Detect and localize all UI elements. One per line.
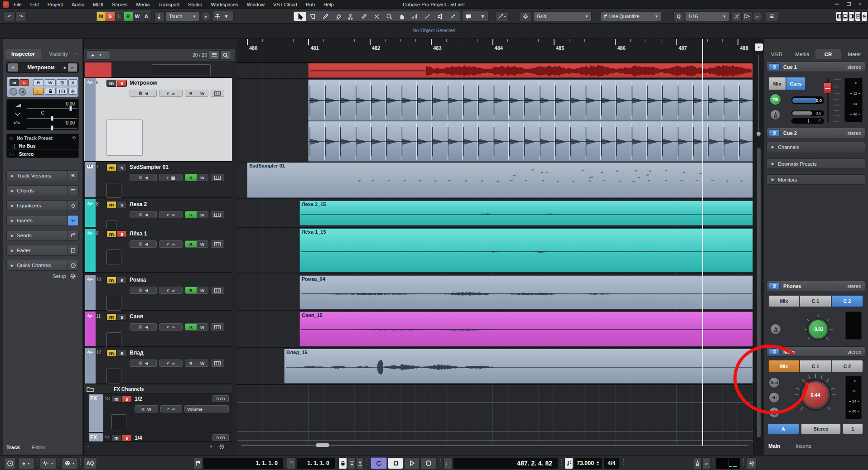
record-mode-dropdown[interactable]: ●▼	[18, 457, 34, 469]
write-button[interactable]: W	[45, 79, 56, 86]
footer-collapse-icon[interactable]: ▼	[209, 445, 213, 449]
tab-vsti[interactable]: VSTi	[764, 49, 789, 59]
edit-channel-button[interactable]: e	[68, 63, 77, 72]
undo-button[interactable]: ↶	[4, 11, 15, 21]
track-row-Лёха 1[interactable]: 9msЛёха 1◀e∞RW	[84, 229, 232, 273]
solo-button[interactable]: s	[117, 350, 127, 357]
range-selection-tool[interactable]	[307, 12, 319, 21]
tab-media[interactable]: Media	[789, 49, 815, 59]
menu-workspaces[interactable]: Workspaces	[211, 2, 238, 7]
monitor-icon[interactable]: ◀	[145, 176, 148, 180]
solo-button[interactable]: s	[122, 395, 132, 403]
edit-link-pill[interactable]: e∞	[159, 211, 183, 218]
read-button[interactable]: R	[185, 287, 197, 293]
fx-track-row-1/4[interactable]: FX14ms1/40.00	[84, 433, 232, 442]
snap-type-dropdown[interactable]: Grid▼	[534, 11, 592, 21]
write-button[interactable]: W	[197, 241, 208, 247]
draw-tool[interactable]	[319, 12, 332, 21]
vertical-zoom-handle[interactable]	[757, 132, 761, 136]
track-name-header[interactable]: ▼ Метроном ▶ e	[6, 62, 79, 73]
audio-event-vlad[interactable]: Влад_15	[284, 349, 753, 384]
maximize-button[interactable]	[843, 0, 854, 8]
mute-button[interactable]: m	[106, 80, 116, 87]
quantize-value-dropdown[interactable]: 1/16▼	[685, 11, 729, 21]
record-icon[interactable]	[139, 242, 142, 246]
automation-arrow-button[interactable]	[154, 11, 164, 21]
lanes-pill[interactable]	[211, 287, 224, 294]
horizontal-scrollbar-thumb[interactable]	[316, 443, 329, 447]
record-monitor-pill[interactable]: ◀	[130, 174, 157, 181]
inspector-section-sends[interactable]: ▶Sends	[6, 230, 79, 241]
fx-track-row-1/2[interactable]: FX13ms1/20.00RWe∞Volume	[84, 394, 232, 432]
mute-button[interactable]: m	[106, 350, 116, 357]
automation-pill[interactable]: RW	[185, 211, 208, 218]
monitor-icon[interactable]: ◀	[145, 242, 148, 246]
menu-file[interactable]: File	[14, 2, 22, 7]
edit-link-pill[interactable]: e▦	[159, 174, 183, 181]
object-selection-tool[interactable]	[294, 12, 306, 21]
main-mix-button[interactable]: Mix	[768, 360, 800, 372]
main-output-a-button[interactable]: A	[767, 423, 799, 434]
menu-scores[interactable]: Scores	[112, 2, 127, 7]
left-zone-toggle[interactable]	[836, 11, 842, 21]
mute-button[interactable]: m	[111, 395, 121, 403]
signature-field[interactable]: 4/4	[603, 457, 620, 469]
read-button[interactable]: R	[185, 241, 197, 247]
ruler-options-icon[interactable]: ▼	[755, 43, 763, 51]
cue1-fader-handle[interactable]	[824, 82, 832, 93]
edit-link-pill[interactable]: e∞	[159, 360, 183, 367]
audio-event-romka[interactable]: Ромка_04	[299, 275, 753, 309]
mute-button[interactable]: m	[106, 313, 116, 321]
menu-window[interactable]: Window	[247, 2, 265, 7]
power-icon[interactable]	[769, 348, 780, 355]
inspector-section-inserts[interactable]: ▶Inserts	[6, 215, 79, 226]
inspector-section-fader[interactable]: ▶Fader	[6, 245, 79, 256]
zoom-tool[interactable]	[383, 12, 395, 21]
power-icon[interactable]	[769, 63, 780, 70]
lower-zone-toggle[interactable]	[842, 11, 848, 21]
edit-link-pill[interactable]: e∞	[159, 240, 183, 248]
solo-button[interactable]: s	[117, 230, 127, 238]
track-row-Леха 2[interactable]: 8msЛеха 2◀e∞RW	[84, 199, 232, 227]
read-button[interactable]: R	[185, 360, 197, 366]
audio-event-sanya[interactable]: Саня_15	[299, 312, 753, 346]
solo-button[interactable]: s	[117, 80, 127, 87]
play-order-tool[interactable]	[409, 12, 421, 21]
edit-link-pill[interactable]: e∞	[159, 90, 183, 97]
monitor-icon[interactable]: ◀	[145, 325, 148, 329]
mute-button[interactable]: m	[106, 201, 116, 208]
automation-settings-button[interactable]: e	[201, 11, 211, 21]
cue1-click-icon[interactable]	[770, 109, 781, 120]
quantize-panel-button[interactable]: e	[752, 11, 762, 21]
record-icon[interactable]	[139, 176, 142, 179]
punch-in-icon[interactable]	[348, 457, 356, 469]
write-button[interactable]: W	[197, 287, 208, 293]
inspector-section-chords[interactable]: ▶Chords	[6, 185, 79, 196]
main-header[interactable]: Main stereo	[767, 346, 865, 357]
input-routing-row[interactable]: →] No Bus	[7, 142, 78, 150]
search-icon[interactable]	[220, 50, 231, 60]
param-field[interactable]: Volume	[184, 405, 229, 412]
monitor-icon[interactable]: ◀	[145, 288, 148, 293]
freeze-snowflake-icon[interactable]	[68, 88, 77, 95]
expand-arrow-icon[interactable]: ▶	[64, 66, 67, 70]
redo-button[interactable]: ↷	[15, 11, 27, 21]
vertical-scrollbar-thumb[interactable]	[757, 148, 761, 437]
color-tool-dropdown[interactable]: ▼	[462, 11, 488, 22]
record-monitor-pill[interactable]: ◀	[130, 90, 157, 97]
power-icon[interactable]	[769, 283, 780, 289]
vertical-zoom-slider[interactable]	[758, 55, 759, 137]
output-routing-row[interactable]: [→ Stereo	[7, 150, 78, 158]
close-button[interactable]: ×	[854, 0, 866, 8]
track-row-Влад[interactable]: 12msВлад◀e∞RW	[84, 348, 232, 384]
left-locator-field[interactable]: 1. 1. 1. 0	[203, 457, 284, 469]
split-tool[interactable]	[345, 12, 357, 21]
event-infoline-button[interactable]	[766, 11, 778, 21]
audio-event-leha1[interactable]: Лёха 1_15	[299, 228, 753, 272]
lanes-pill[interactable]	[211, 90, 224, 97]
automation-r-button[interactable]: R	[124, 12, 133, 21]
metronome-clicks-right[interactable]	[308, 121, 753, 162]
glue-tool[interactable]	[358, 12, 370, 21]
phones-c2-button[interactable]: C 2	[831, 295, 863, 307]
menu-vst-cloud[interactable]: VST Cloud	[273, 2, 297, 7]
